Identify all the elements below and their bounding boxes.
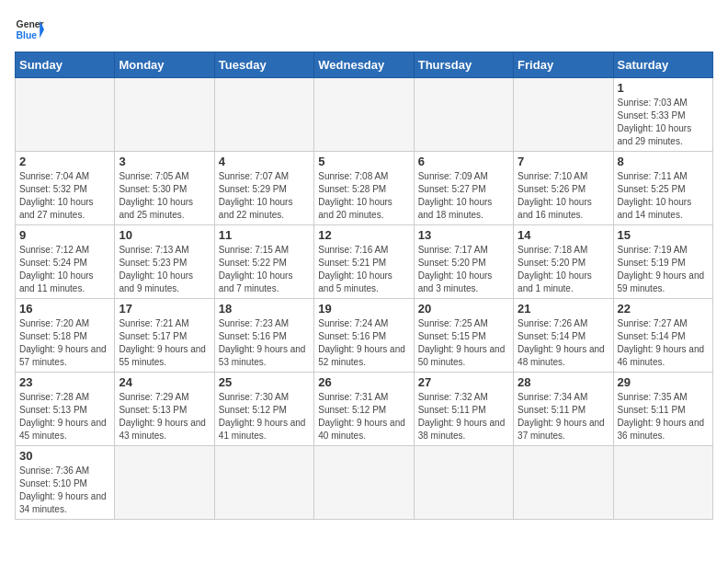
calendar-week-5: 30Sunrise: 7:36 AM Sunset: 5:10 PM Dayli… bbox=[16, 446, 713, 520]
day-info: Sunrise: 7:31 AM Sunset: 5:12 PM Dayligh… bbox=[318, 391, 409, 442]
day-info: Sunrise: 7:34 AM Sunset: 5:11 PM Dayligh… bbox=[518, 391, 609, 442]
day-number: 16 bbox=[19, 302, 110, 316]
day-info: Sunrise: 7:27 AM Sunset: 5:14 PM Dayligh… bbox=[618, 317, 709, 369]
calendar-cell: 18Sunrise: 7:23 AM Sunset: 5:16 PM Dayli… bbox=[214, 299, 313, 373]
day-info: Sunrise: 7:10 AM Sunset: 5:26 PM Dayligh… bbox=[518, 170, 609, 222]
day-info: Sunrise: 7:24 AM Sunset: 5:16 PM Dayligh… bbox=[318, 317, 409, 369]
calendar-cell: 26Sunrise: 7:31 AM Sunset: 5:12 PM Dayli… bbox=[314, 373, 414, 446]
day-info: Sunrise: 7:08 AM Sunset: 5:28 PM Dayligh… bbox=[318, 170, 409, 222]
day-number: 6 bbox=[418, 155, 509, 168]
day-number: 4 bbox=[219, 155, 310, 168]
calendar-cell: 15Sunrise: 7:19 AM Sunset: 5:19 PM Dayli… bbox=[613, 225, 712, 299]
calendar-week-4: 23Sunrise: 7:28 AM Sunset: 5:13 PM Dayli… bbox=[16, 373, 713, 446]
day-info: Sunrise: 7:05 AM Sunset: 5:30 PM Dayligh… bbox=[119, 170, 210, 222]
day-info: Sunrise: 7:28 AM Sunset: 5:13 PM Dayligh… bbox=[19, 391, 110, 442]
day-number: 30 bbox=[19, 449, 110, 463]
calendar-cell: 27Sunrise: 7:32 AM Sunset: 5:11 PM Dayli… bbox=[414, 373, 513, 446]
calendar-week-2: 9Sunrise: 7:12 AM Sunset: 5:24 PM Daylig… bbox=[16, 225, 713, 299]
calendar-cell: 9Sunrise: 7:12 AM Sunset: 5:24 PM Daylig… bbox=[16, 225, 115, 299]
day-number: 2 bbox=[19, 155, 110, 168]
day-number: 29 bbox=[618, 375, 709, 389]
calendar-cell: 11Sunrise: 7:15 AM Sunset: 5:22 PM Dayli… bbox=[214, 225, 313, 299]
day-number: 10 bbox=[119, 228, 210, 242]
calendar-cell: 17Sunrise: 7:21 AM Sunset: 5:17 PM Dayli… bbox=[115, 299, 214, 373]
calendar-cell bbox=[613, 446, 712, 520]
day-number: 9 bbox=[19, 228, 110, 242]
day-info: Sunrise: 7:16 AM Sunset: 5:21 PM Dayligh… bbox=[318, 244, 409, 295]
day-info: Sunrise: 7:04 AM Sunset: 5:32 PM Dayligh… bbox=[19, 170, 110, 222]
day-number: 5 bbox=[318, 155, 409, 168]
header-friday: Friday bbox=[514, 52, 613, 78]
calendar-cell bbox=[514, 78, 613, 152]
day-info: Sunrise: 7:19 AM Sunset: 5:19 PM Dayligh… bbox=[618, 244, 709, 295]
calendar-cell: 25Sunrise: 7:30 AM Sunset: 5:12 PM Dayli… bbox=[214, 373, 313, 446]
calendar-cell: 3Sunrise: 7:05 AM Sunset: 5:30 PM Daylig… bbox=[115, 152, 214, 225]
calendar-cell bbox=[214, 78, 313, 152]
day-info: Sunrise: 7:09 AM Sunset: 5:27 PM Dayligh… bbox=[418, 170, 509, 222]
day-info: Sunrise: 7:13 AM Sunset: 5:23 PM Dayligh… bbox=[119, 244, 210, 295]
calendar-cell: 16Sunrise: 7:20 AM Sunset: 5:18 PM Dayli… bbox=[16, 299, 115, 373]
calendar-cell: 1Sunrise: 7:03 AM Sunset: 5:33 PM Daylig… bbox=[613, 78, 712, 152]
day-number: 17 bbox=[119, 302, 210, 316]
calendar-cell bbox=[16, 78, 115, 152]
day-info: Sunrise: 7:30 AM Sunset: 5:12 PM Dayligh… bbox=[219, 391, 310, 442]
calendar-cell bbox=[115, 78, 214, 152]
day-info: Sunrise: 7:17 AM Sunset: 5:20 PM Dayligh… bbox=[418, 244, 509, 295]
day-info: Sunrise: 7:15 AM Sunset: 5:22 PM Dayligh… bbox=[219, 244, 310, 295]
calendar-cell bbox=[115, 446, 214, 520]
day-info: Sunrise: 7:12 AM Sunset: 5:24 PM Dayligh… bbox=[19, 244, 110, 295]
day-number: 23 bbox=[19, 375, 110, 389]
day-info: Sunrise: 7:21 AM Sunset: 5:17 PM Dayligh… bbox=[119, 317, 210, 369]
day-info: Sunrise: 7:11 AM Sunset: 5:25 PM Dayligh… bbox=[618, 170, 709, 222]
calendar-header-row: SundayMondayTuesdayWednesdayThursdayFrid… bbox=[16, 52, 713, 78]
day-number: 21 bbox=[518, 302, 609, 316]
svg-text:Blue: Blue bbox=[17, 30, 38, 40]
day-number: 12 bbox=[318, 228, 409, 242]
calendar-cell: 21Sunrise: 7:26 AM Sunset: 5:14 PM Dayli… bbox=[514, 299, 613, 373]
calendar-week-3: 16Sunrise: 7:20 AM Sunset: 5:18 PM Dayli… bbox=[16, 299, 713, 373]
logo: General Blue bbox=[15, 15, 44, 44]
calendar-cell: 30Sunrise: 7:36 AM Sunset: 5:10 PM Dayli… bbox=[16, 446, 115, 520]
page-header: General Blue bbox=[15, 15, 713, 44]
calendar-cell: 4Sunrise: 7:07 AM Sunset: 5:29 PM Daylig… bbox=[214, 152, 313, 225]
day-info: Sunrise: 7:26 AM Sunset: 5:14 PM Dayligh… bbox=[518, 317, 609, 369]
logo-icon: General Blue bbox=[15, 15, 44, 44]
calendar-table: SundayMondayTuesdayWednesdayThursdayFrid… bbox=[15, 52, 713, 520]
calendar-cell: 28Sunrise: 7:34 AM Sunset: 5:11 PM Dayli… bbox=[514, 373, 613, 446]
calendar-cell: 14Sunrise: 7:18 AM Sunset: 5:20 PM Dayli… bbox=[514, 225, 613, 299]
calendar-cell: 13Sunrise: 7:17 AM Sunset: 5:20 PM Dayli… bbox=[414, 225, 513, 299]
header-thursday: Thursday bbox=[414, 52, 513, 78]
calendar-cell: 10Sunrise: 7:13 AM Sunset: 5:23 PM Dayli… bbox=[115, 225, 214, 299]
day-number: 25 bbox=[219, 375, 310, 389]
day-number: 7 bbox=[518, 155, 609, 168]
day-number: 13 bbox=[418, 228, 509, 242]
day-number: 11 bbox=[219, 228, 310, 242]
header-tuesday: Tuesday bbox=[214, 52, 313, 78]
header-monday: Monday bbox=[115, 52, 214, 78]
day-info: Sunrise: 7:18 AM Sunset: 5:20 PM Dayligh… bbox=[518, 244, 609, 295]
calendar-cell: 8Sunrise: 7:11 AM Sunset: 5:25 PM Daylig… bbox=[613, 152, 712, 225]
calendar-cell: 20Sunrise: 7:25 AM Sunset: 5:15 PM Dayli… bbox=[414, 299, 513, 373]
calendar-cell: 29Sunrise: 7:35 AM Sunset: 5:11 PM Dayli… bbox=[613, 373, 712, 446]
calendar-week-0: 1Sunrise: 7:03 AM Sunset: 5:33 PM Daylig… bbox=[16, 78, 713, 152]
calendar-cell bbox=[314, 78, 414, 152]
day-number: 26 bbox=[318, 375, 409, 389]
calendar-cell: 6Sunrise: 7:09 AM Sunset: 5:27 PM Daylig… bbox=[414, 152, 513, 225]
day-number: 14 bbox=[518, 228, 609, 242]
day-number: 3 bbox=[119, 155, 210, 168]
calendar-cell bbox=[414, 78, 513, 152]
day-number: 18 bbox=[219, 302, 310, 316]
calendar-cell: 23Sunrise: 7:28 AM Sunset: 5:13 PM Dayli… bbox=[16, 373, 115, 446]
day-number: 1 bbox=[618, 81, 709, 95]
calendar-cell: 24Sunrise: 7:29 AM Sunset: 5:13 PM Dayli… bbox=[115, 373, 214, 446]
calendar-cell: 5Sunrise: 7:08 AM Sunset: 5:28 PM Daylig… bbox=[314, 152, 414, 225]
day-info: Sunrise: 7:29 AM Sunset: 5:13 PM Dayligh… bbox=[119, 391, 210, 442]
day-info: Sunrise: 7:07 AM Sunset: 5:29 PM Dayligh… bbox=[219, 170, 310, 222]
calendar-cell: 19Sunrise: 7:24 AM Sunset: 5:16 PM Dayli… bbox=[314, 299, 414, 373]
calendar-cell: 2Sunrise: 7:04 AM Sunset: 5:32 PM Daylig… bbox=[16, 152, 115, 225]
calendar-cell bbox=[314, 446, 414, 520]
calendar-cell: 12Sunrise: 7:16 AM Sunset: 5:21 PM Dayli… bbox=[314, 225, 414, 299]
day-number: 22 bbox=[618, 302, 709, 316]
day-number: 15 bbox=[618, 228, 709, 242]
day-info: Sunrise: 7:35 AM Sunset: 5:11 PM Dayligh… bbox=[618, 391, 709, 442]
